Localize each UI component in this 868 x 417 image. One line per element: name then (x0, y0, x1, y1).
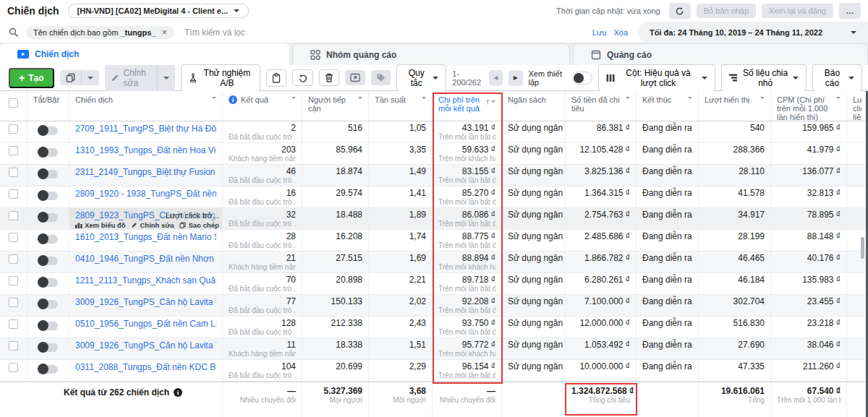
campaign-toggle[interactable] (38, 257, 58, 265)
campaign-toggle[interactable] (38, 213, 58, 222)
row-checkbox[interactable] (9, 276, 18, 285)
cpm-cell: 159.965 ₫ (771, 121, 847, 142)
save-filter-link[interactable]: Lưu (592, 28, 607, 37)
link-clicks-cell (847, 338, 868, 359)
campaign-toggle[interactable] (38, 126, 58, 135)
refresh-button[interactable] (669, 3, 691, 19)
create-button[interactable]: + Tạo (9, 68, 54, 88)
campaign-name-link[interactable]: 1610_2013_Tungps_Đất nền Mario Starlight… (75, 232, 216, 242)
campaign-name-link[interactable]: 0311_2088_Tungps_Đất nền KDC Bình Dươn..… (75, 362, 216, 372)
row-checkbox[interactable] (9, 189, 18, 199)
edit-dropdown[interactable] (158, 65, 175, 91)
campaign-toggle[interactable] (38, 170, 58, 179)
column-header-name[interactable]: Chiến dịch (69, 91, 223, 121)
result-sub-label: Đã bắt đầu cuộc trò ... (229, 176, 296, 184)
cost-sub-label: Trên mỗi lần bắt đầu ... (438, 176, 495, 184)
campaign-toggle[interactable] (38, 192, 58, 200)
rules-button[interactable]: Quy tắc (396, 64, 446, 92)
row-checkbox[interactable] (9, 341, 18, 351)
search-input[interactable]: Tìm kiếm và lọc (184, 27, 245, 38)
tab-ads[interactable]: Quảng cáo (573, 43, 868, 65)
row-checkbox[interactable] (9, 254, 18, 264)
ab-test-button[interactable]: Thử nghiệm A/B (181, 64, 261, 92)
campaign-toggle[interactable] (38, 235, 58, 244)
row-checkbox[interactable] (9, 319, 18, 329)
campaign-name-link[interactable]: 0410_1946_TungPS_Đất nền Nhơn Hội_Huon..… (75, 254, 216, 264)
link-clicks-cell (847, 317, 868, 338)
delete-button[interactable] (319, 69, 339, 86)
column-header-end[interactable]: Kết thúc (637, 91, 699, 121)
campaign-toggle[interactable] (38, 300, 58, 309)
breakdown-button[interactable]: Số liệu chia nhỏ (721, 64, 806, 92)
action-duplicate[interactable]: Sao chép (179, 221, 218, 229)
review-publish-button[interactable]: Xem lại và đăng (762, 4, 833, 18)
discard-draft-button[interactable]: Bỏ bản nháp (697, 4, 756, 18)
end-cell: Đang diễn ra (637, 338, 699, 359)
cpm-cell: 23.455 ₫ (771, 295, 847, 316)
duplicate-dropdown[interactable] (82, 70, 99, 85)
select-all-checkbox[interactable] (9, 98, 18, 108)
column-header-impressions[interactable]: Lượt hiển thị (699, 91, 771, 121)
tab-ad-sets[interactable]: Nhóm quảng cáo (292, 43, 570, 65)
campaign-name-link[interactable]: 3009_1926_TungPS_Căn hộ Lavita Thuận An.… (75, 340, 216, 351)
preview-button[interactable] (345, 70, 365, 85)
campaign-name-link[interactable]: 0510_1956_Tungps_Đất nền Cam Lâm_Hien... (75, 319, 216, 329)
columns-button[interactable]: Cột: Hiệu quả và lượt click (598, 64, 716, 92)
frequency-value: 1,69 (375, 254, 426, 263)
date-range-selector[interactable]: Tối đa: 24 Tháng 10, 2019 – 24 Tháng 11,… (638, 22, 868, 43)
impressions-value: 28.110 (705, 167, 765, 176)
filter-chip[interactable]: Tên chiến dịch bao gồm _tungps_ × (26, 26, 174, 39)
sort-controls (292, 95, 296, 99)
row-checkbox[interactable] (9, 233, 18, 242)
end-value: Đang diễn ra (642, 210, 692, 220)
campaign-toggle[interactable] (38, 365, 58, 374)
campaign-toggle[interactable] (38, 343, 58, 352)
campaign-toggle[interactable] (38, 148, 58, 157)
end-cell: Đang diễn ra (637, 230, 699, 251)
column-header-cost[interactable]: Chi phí trên mỗi kết quả↑ (433, 91, 502, 121)
campaign-name-link[interactable]: 3009_1926_TungPS_Căn hộ Lavita Thuận An.… (75, 297, 216, 307)
column-header-cpm[interactable]: CPM (Chi phí trên mỗi 1.000 lần hiển thị… (771, 91, 847, 121)
clipboard-button[interactable] (266, 69, 286, 87)
cost-cell: 96.154 ₫Trên mỗi lần bắt đầu ... (433, 360, 502, 381)
column-header-reach[interactable]: Người tiếp cận (302, 91, 369, 121)
undo-button[interactable] (292, 69, 313, 86)
more-options-button[interactable]: … (839, 3, 861, 19)
impressions-value: 47.335 (705, 362, 765, 371)
remove-filter-icon[interactable]: × (161, 29, 167, 36)
ad-account-selector[interactable]: [HN-VND] [CA02] MeDigital 4 - Client e..… (68, 4, 249, 18)
view-setup-toggle[interactable] (572, 72, 592, 85)
row-checkbox[interactable] (9, 168, 18, 177)
campaign-name-link[interactable]: 1211_2113_Tungps_Khách sạn Quảng Ninh_..… (75, 275, 216, 285)
campaign-name-link[interactable]: 2709_1911_TungPS_Biệt thự Hà Đô charm_T.… (75, 124, 216, 134)
vertical-scrollbar-thumb[interactable] (861, 237, 864, 259)
duplicate-button[interactable] (60, 70, 82, 85)
cost-cell: 86.086 ₫Trên mỗi lần bắt đầu ... (433, 208, 502, 229)
row-checkbox[interactable] (9, 211, 18, 220)
column-header-result[interactable]: iKết quả (223, 91, 302, 121)
row-checkbox[interactable] (9, 363, 18, 372)
campaign-name-link[interactable]: 2311_2149_Tungps_Biệt thự Fusion Maya Qu… (75, 167, 216, 177)
campaign-toggle[interactable] (38, 278, 58, 287)
campaign-name-link[interactable]: 2809_1920 - 1938_TungPS_Đất nền Lagi new… (75, 189, 216, 199)
action-edit[interactable]: Chỉnh sửa (131, 221, 174, 229)
row-checkbox[interactable] (9, 146, 18, 155)
action-view-charts[interactable]: Xem biểu đồ (75, 221, 125, 229)
preview-window-icon (350, 73, 360, 82)
report-button[interactable]: Báo cáo (812, 64, 862, 92)
tab-campaigns[interactable]: Chiến dịch (0, 43, 289, 65)
footer-label-cell: Kết quả từ 262 chiến dịchi (0, 382, 223, 417)
next-page-button[interactable]: ▶ (509, 70, 523, 86)
end-cell: Đang diễn ra (637, 208, 699, 229)
tag-button[interactable] (371, 70, 391, 85)
row-checkbox[interactable] (9, 298, 18, 307)
edit-button[interactable]: Chỉnh sửa (105, 65, 158, 91)
prev-page-button[interactable]: ◀ (489, 70, 503, 86)
clear-filter-link[interactable]: Xóa (613, 28, 628, 37)
campaign-name-link[interactable]: 1310_1993_Tungps_Đất nền Hoa Viên An Lạ.… (75, 145, 216, 155)
column-header-spent[interactable]: Số tiền đã chi tiêu (566, 91, 637, 121)
row-checkbox[interactable] (9, 124, 18, 134)
column-header-frequency[interactable]: Tần suất (369, 91, 433, 121)
footer-cpm-sub: Trên mỗi 1.000 lần hiể... (777, 396, 841, 404)
campaign-toggle[interactable] (38, 322, 58, 330)
